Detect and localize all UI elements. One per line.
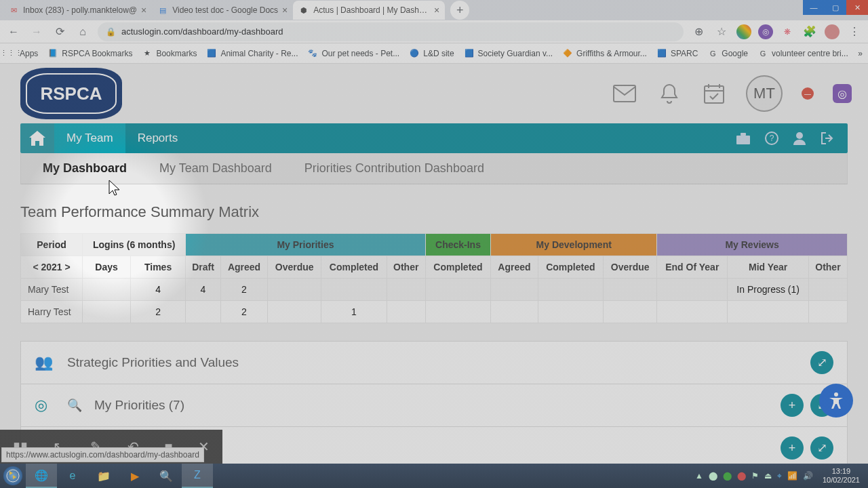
browser-tab-gmail[interactable]: ✉ Inbox (283) - polly.manktelow@ × — [3, 1, 152, 20]
matrix-column-header: Agreed — [491, 256, 538, 279]
bookmark-icon: 🔵 — [409, 48, 420, 59]
zoom-icon[interactable]: ⊕ — [690, 24, 707, 40]
tray-icon[interactable]: ⬤ — [737, 471, 746, 481]
extension-icon[interactable]: ❋ — [780, 24, 795, 39]
panel-my-priorities[interactable]: ◎ 🔍 My Priorities (7) + ⤢ — [21, 384, 847, 427]
window-close[interactable]: ✕ — [846, 0, 868, 15]
bluetooth-icon[interactable]: ⌖ — [777, 471, 782, 481]
taskbar-media[interactable]: ▶ — [119, 464, 151, 488]
help-icon[interactable]: ? — [765, 131, 778, 145]
add-button[interactable]: + — [781, 436, 804, 460]
mail-icon[interactable] — [612, 81, 637, 106]
panel-strategic-priorities[interactable]: 👥 Strategic Priorities and Values ⤢ — [21, 342, 847, 384]
taskbar-explorer[interactable]: 📁 — [88, 464, 119, 488]
taskbar-clock[interactable]: 13:1910/02/2021 — [818, 467, 864, 485]
volume-icon[interactable]: 🔊 — [803, 471, 813, 481]
table-row[interactable]: Harry Test221 — [21, 301, 848, 323]
taskbar-app[interactable]: 🔍 — [151, 464, 182, 488]
bookmark-icon: ★ — [142, 48, 153, 59]
expand-button[interactable]: ⤢ — [810, 351, 833, 374]
taskbar-chrome[interactable]: 🌐 — [26, 464, 57, 488]
status-indicator[interactable]: — — [802, 87, 814, 100]
table-cell — [387, 279, 425, 301]
matrix-group-header: My Reviews — [657, 234, 848, 256]
gmail-icon: ✉ — [8, 5, 19, 16]
bookmark-label: SPARC — [671, 49, 698, 58]
bell-icon[interactable] — [656, 81, 682, 106]
window-maximize[interactable]: ▢ — [825, 0, 846, 15]
table-cell — [268, 301, 321, 323]
section-title: Team Performance Summary Matrix — [20, 203, 848, 221]
bookmark-item[interactable]: 🟦Society Guardian v... — [464, 48, 553, 59]
star-icon[interactable]: ☆ — [713, 24, 730, 40]
briefcase-icon[interactable] — [736, 131, 750, 145]
browser-tab-docs[interactable]: ▤ Video test doc - Google Docs × — [152, 1, 293, 20]
back-button[interactable]: ← — [5, 24, 22, 40]
extension-icon[interactable] — [736, 24, 751, 39]
matrix-column-header: Completed — [425, 256, 491, 279]
accessibility-button[interactable] — [819, 384, 853, 418]
logout-icon[interactable] — [821, 131, 834, 145]
window-minimize[interactable]: — — [803, 0, 825, 15]
tray-icon[interactable]: ⬤ — [709, 471, 717, 481]
nav-reports[interactable]: Reports — [125, 123, 191, 153]
app-header: RSPCA MT — ◎ — [0, 64, 868, 123]
taskbar-ie[interactable]: e — [57, 464, 88, 488]
bookmark-item[interactable]: ⋮⋮⋮Apps — [5, 48, 38, 59]
bookmark-item[interactable]: 📘RSPCA Bookmarks — [47, 48, 132, 59]
bookmark-icon: 🔶 — [562, 48, 573, 59]
tray-icon[interactable]: ⚑ — [751, 471, 759, 481]
reload-button[interactable]: ⟳ — [52, 24, 68, 40]
matrix-column-header: Mid Year — [728, 256, 809, 279]
extensions-menu-icon[interactable]: 🧩 — [802, 24, 818, 40]
table-row[interactable]: Mary Test442In Progress (1) — [21, 279, 848, 301]
header-icons: MT — ◎ — [612, 75, 852, 112]
app-widget-icon[interactable]: ◎ — [833, 84, 852, 103]
nav-my-team[interactable]: My Team — [54, 123, 125, 153]
network-icon[interactable]: 📶 — [787, 471, 797, 481]
expand-button[interactable]: ⤢ — [810, 436, 833, 460]
period-selector[interactable]: < 2021 > — [21, 256, 83, 279]
tray-icon[interactable]: ⬤ — [723, 471, 732, 481]
bookmark-item[interactable]: 🟦Animal Charity - Re... — [206, 48, 298, 59]
bookmark-item[interactable]: 🟦SPARC — [656, 48, 698, 59]
taskbar-app2[interactable]: Z — [182, 464, 213, 488]
rspca-logo[interactable]: RSPCA — [20, 68, 122, 119]
bookmark-item[interactable]: Gvolunteer centre bri... — [757, 48, 848, 59]
close-icon[interactable]: × — [434, 5, 439, 16]
close-icon[interactable]: × — [141, 5, 146, 16]
bookmark-item[interactable]: 🐾Our pet needs - Pet... — [307, 48, 399, 59]
menu-icon[interactable]: ⋮ — [846, 24, 863, 40]
subtab-priorities-contribution[interactable]: Priorities Contribution Dashboard — [302, 153, 487, 184]
extension-icon[interactable]: ◎ — [758, 24, 773, 39]
subtab-team-dashboard[interactable]: My Team Dashboard — [157, 153, 275, 184]
bookmark-item[interactable]: 🔶Griffiths & Armour... — [562, 48, 647, 59]
forward-button[interactable]: → — [28, 24, 45, 40]
new-tab-button[interactable]: + — [450, 1, 469, 20]
start-button[interactable] — [0, 464, 26, 488]
user-avatar[interactable]: MT — [746, 75, 783, 112]
tab-title: Actus | Dashboard | My Dashboa — [313, 5, 430, 15]
bookmark-icon: 📘 — [47, 48, 58, 59]
url-field[interactable]: 🔒 actuslogin.com/dashboard/my-dashboard — [98, 22, 684, 41]
calendar-icon[interactable] — [701, 81, 727, 106]
nav-home-button[interactable] — [20, 123, 54, 153]
table-cell: 1 — [321, 301, 387, 323]
tray-up-icon[interactable]: ▲ — [695, 471, 703, 481]
user-icon[interactable] — [793, 131, 806, 145]
bookmarks-overflow[interactable]: » — [858, 49, 863, 58]
home-button[interactable]: ⌂ — [75, 24, 91, 40]
close-icon[interactable]: × — [282, 5, 288, 16]
add-button[interactable]: + — [781, 394, 804, 417]
bookmark-label: Animal Charity - Re... — [220, 49, 298, 58]
browser-tab-actus[interactable]: ⬢ Actus | Dashboard | My Dashboa × — [293, 1, 445, 20]
bookmark-item[interactable]: 🔵L&D site — [409, 48, 454, 59]
search-icon[interactable]: 🔍 — [67, 398, 82, 413]
subtab-my-dashboard[interactable]: My Dashboard — [40, 153, 130, 184]
address-bar: ← → ⟳ ⌂ 🔒 actuslogin.com/dashboard/my-da… — [0, 20, 868, 43]
tray-icon[interactable]: ⏏ — [764, 471, 772, 481]
svg-rect-3 — [741, 133, 746, 136]
bookmark-item[interactable]: ★Bookmarks — [142, 48, 197, 59]
bookmark-item[interactable]: GGoogle — [707, 48, 748, 59]
profile-avatar[interactable] — [825, 24, 840, 39]
